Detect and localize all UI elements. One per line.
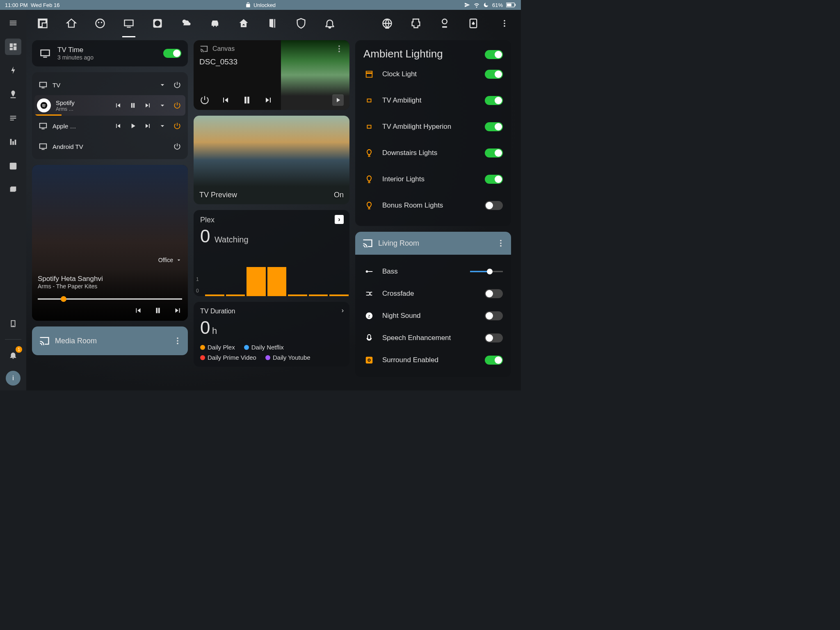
pause-icon[interactable] xyxy=(153,306,162,315)
sidebar-item-calendar[interactable] xyxy=(5,158,21,174)
light-row[interactable]: Clock Light xyxy=(363,61,503,87)
source-select[interactable]: Office xyxy=(158,257,182,263)
chevron-right-icon[interactable]: › xyxy=(335,215,344,224)
light-toggle[interactable] xyxy=(485,96,503,105)
tab-face[interactable] xyxy=(94,17,107,30)
light-row[interactable]: TV Ambilight xyxy=(363,87,503,114)
media-row-spotify[interactable]: SpotifyArms … xyxy=(34,95,185,116)
setting-toggle[interactable] xyxy=(485,333,503,342)
sidebar-item-history[interactable] xyxy=(5,134,21,150)
next-icon[interactable] xyxy=(173,306,182,315)
tab-car[interactable] xyxy=(208,17,221,30)
media-row-android[interactable]: Android TV xyxy=(34,136,185,157)
tab-network[interactable] xyxy=(381,17,394,30)
light-toggle[interactable] xyxy=(485,175,503,184)
setting-row[interactable]: Crossfade xyxy=(362,283,504,305)
tv-duration-card[interactable]: TV Duration › 0 h Daily PlexDaily Netfli… xyxy=(194,302,349,367)
sidebar-item-dashboard[interactable] xyxy=(5,39,21,55)
light-row[interactable]: TV Ambilight Hyperion xyxy=(363,114,503,140)
progress-slider[interactable] xyxy=(38,295,182,303)
canvas-name: DSC_0533 xyxy=(194,57,349,66)
ambient-master-toggle[interactable] xyxy=(485,50,503,59)
pause-icon[interactable] xyxy=(129,101,137,110)
media-room-card[interactable]: Media Room xyxy=(32,326,188,355)
power-icon[interactable] xyxy=(173,81,181,89)
picture-in-picture-icon[interactable] xyxy=(332,94,344,106)
tab-magic[interactable] xyxy=(352,17,365,30)
tab-printer[interactable] xyxy=(409,17,422,30)
living-room-title: Living Room xyxy=(378,239,419,248)
svg-point-26 xyxy=(500,242,502,244)
prev-icon[interactable] xyxy=(221,95,231,105)
plex-card[interactable]: Plex › 0 Watching 10 xyxy=(194,210,349,296)
tab-tv[interactable] xyxy=(122,17,135,30)
prev-icon[interactable] xyxy=(114,122,122,130)
setting-toggle[interactable] xyxy=(485,311,503,320)
sidebar-item-logbook[interactable] xyxy=(5,110,21,126)
svg-point-4 xyxy=(98,22,100,23)
sidebar-item-media[interactable] xyxy=(5,181,21,198)
tab-notify[interactable] xyxy=(323,17,336,30)
power-icon[interactable] xyxy=(173,122,181,130)
tab-door[interactable] xyxy=(266,17,279,30)
hamburger-button[interactable] xyxy=(5,15,21,31)
setting-toggle[interactable] xyxy=(485,289,503,298)
chevron-down-icon[interactable] xyxy=(158,81,167,89)
light-toggle[interactable] xyxy=(485,70,503,79)
sidebar-item-map[interactable] xyxy=(5,86,21,103)
tab-shelter[interactable] xyxy=(237,17,250,30)
living-room-header[interactable]: Living Room xyxy=(355,232,511,255)
next-icon[interactable] xyxy=(144,122,152,130)
more-icon[interactable] xyxy=(335,44,344,53)
tab-shield[interactable] xyxy=(294,17,308,30)
ambient-title: Ambient Lighting xyxy=(363,48,443,60)
tab-weather[interactable] xyxy=(180,17,193,30)
tab-camera[interactable] xyxy=(438,17,451,30)
tab-home[interactable] xyxy=(65,17,78,30)
chevron-down-icon[interactable] xyxy=(158,101,167,110)
setting-row[interactable]: Bass xyxy=(362,260,504,283)
sidebar-item-devtools[interactable] xyxy=(5,315,21,332)
tab-overflow-button[interactable] xyxy=(498,17,511,30)
svg-point-18 xyxy=(177,340,178,342)
bass-slider[interactable] xyxy=(470,269,503,274)
power-icon[interactable] xyxy=(173,142,181,151)
media-row-apple[interactable]: Apple … xyxy=(34,116,185,136)
user-avatar[interactable]: i xyxy=(6,371,21,386)
tab-water[interactable] xyxy=(467,17,480,30)
chevron-down-icon[interactable] xyxy=(158,122,167,130)
svg-rect-2 xyxy=(515,4,516,6)
notifications-button[interactable]: 1 xyxy=(5,347,21,363)
canvas-header: Canvas xyxy=(212,45,235,52)
light-row[interactable]: Interior Lights xyxy=(363,166,503,192)
prev-icon[interactable] xyxy=(114,101,122,110)
setting-row[interactable]: zNight Sound xyxy=(362,305,504,327)
chevron-right-icon[interactable]: › xyxy=(342,307,344,314)
tab-spotify[interactable] xyxy=(151,17,164,30)
power-icon[interactable] xyxy=(199,95,210,105)
canvas-card[interactable]: Canvas DSC_0533 xyxy=(194,40,349,110)
more-icon[interactable] xyxy=(496,239,505,248)
next-icon[interactable] xyxy=(144,101,152,110)
setting-row[interactable]: Speech Enhancement xyxy=(362,327,504,349)
tv-time-toggle[interactable] xyxy=(163,49,181,58)
light-row[interactable]: Downstairs Lights xyxy=(363,140,503,166)
next-icon[interactable] xyxy=(263,95,273,105)
tab-floorplan[interactable] xyxy=(36,17,49,30)
power-icon[interactable] xyxy=(173,101,181,110)
tv-preview-card[interactable]: TV Preview On xyxy=(194,116,349,204)
light-toggle[interactable] xyxy=(485,201,503,210)
prev-icon[interactable] xyxy=(134,306,143,315)
now-playing-card[interactable]: Office Spotify Heta Sanghvi Arms - The P… xyxy=(32,165,188,321)
pause-icon[interactable] xyxy=(241,94,253,106)
more-icon[interactable] xyxy=(173,336,182,345)
setting-row[interactable]: Surround Enabled xyxy=(362,349,504,371)
setting-toggle[interactable] xyxy=(485,356,503,365)
status-bar: 11:00 PM Wed Feb 16 Unlocked 61% xyxy=(0,0,521,10)
media-row-tv[interactable]: TV xyxy=(34,75,185,95)
light-toggle[interactable] xyxy=(485,122,503,131)
light-row[interactable]: Bonus Room Lights xyxy=(363,192,503,219)
sidebar-item-energy[interactable] xyxy=(5,62,21,79)
light-toggle[interactable] xyxy=(485,148,503,158)
play-icon[interactable] xyxy=(129,122,137,130)
